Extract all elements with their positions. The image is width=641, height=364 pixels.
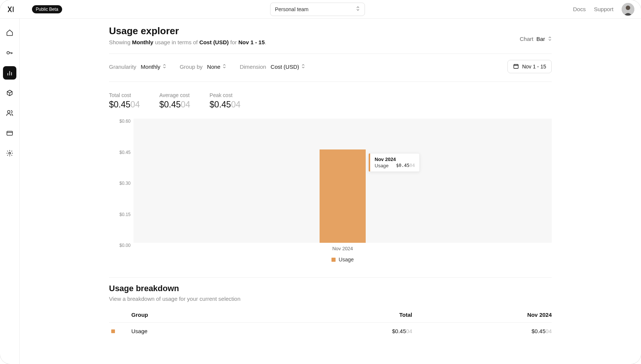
team-selector[interactable]: Personal team xyxy=(270,3,365,16)
nav-home[interactable] xyxy=(3,26,16,39)
svg-point-2 xyxy=(7,52,10,54)
public-beta-badge: Public Beta xyxy=(32,5,62,13)
chart-y-tick: $0.30 xyxy=(112,181,131,186)
cell-period: $0.4504 xyxy=(412,328,552,334)
cell-group: Usage xyxy=(131,328,273,334)
stat-peak-cost: Peak cost $0.4504 xyxy=(209,92,240,110)
stat-total-cost: Total cost $0.4504 xyxy=(109,92,140,110)
nav-team[interactable] xyxy=(3,106,16,120)
chevron-up-down-icon xyxy=(356,6,360,12)
svg-point-3 xyxy=(7,110,10,113)
breakdown-table: Group Total Nov 2024 Usage$0.4504$0.4504 xyxy=(109,312,552,339)
table-row: Usage$0.4504$0.4504 xyxy=(109,322,552,339)
breakdown-subtitle: View a breakdown of usage for your curre… xyxy=(109,296,552,302)
sidebar xyxy=(0,19,20,364)
svg-point-1 xyxy=(626,6,630,10)
cell-total: $0.4504 xyxy=(273,328,412,334)
svg-rect-4 xyxy=(7,131,13,135)
row-swatch xyxy=(111,329,115,333)
calendar-icon xyxy=(513,63,519,70)
date-range-button[interactable]: Nov 1 - 15 xyxy=(507,60,552,73)
date-range-label: Nov 1 - 15 xyxy=(522,64,546,70)
team-selector-label: Personal team xyxy=(275,6,308,12)
nav-usage[interactable] xyxy=(3,66,16,80)
chart-bar[interactable] xyxy=(320,149,366,243)
nav-models[interactable] xyxy=(3,86,16,100)
page-title: Usage explorer xyxy=(109,25,266,37)
chevron-up-down-icon xyxy=(222,64,226,69)
chart-type-selector[interactable]: Chart Bar xyxy=(520,36,552,42)
groupby-selector[interactable]: Group by None xyxy=(180,64,227,70)
docs-link[interactable]: Docs xyxy=(573,6,586,12)
support-link[interactable]: Support xyxy=(594,6,613,12)
brand-logo[interactable] xyxy=(7,5,15,13)
page-subtitle: Showing Monthly usage in terms of Cost (… xyxy=(109,39,266,45)
col-group: Group xyxy=(131,312,273,318)
nav-billing[interactable] xyxy=(3,126,16,140)
chevron-up-down-icon xyxy=(548,36,552,42)
chart-y-tick: $0.00 xyxy=(112,243,131,248)
dimension-selector[interactable]: Dimension Cost (USD) xyxy=(240,64,305,70)
nav-settings[interactable] xyxy=(3,146,16,160)
usage-chart: $0.00$0.15$0.30$0.45$0.60Nov 2024Usage$0… xyxy=(109,119,552,262)
chart-y-tick: $0.60 xyxy=(112,119,131,124)
chart-y-tick: $0.45 xyxy=(112,150,131,155)
chart-tooltip: Nov 2024Usage$0.4504 xyxy=(369,153,420,172)
avatar[interactable] xyxy=(622,3,634,16)
chart-y-tick: $0.15 xyxy=(112,212,131,217)
svg-rect-6 xyxy=(514,64,518,68)
nav-api-keys[interactable] xyxy=(3,46,16,59)
col-total: Total xyxy=(273,312,412,318)
chart-legend: Usage xyxy=(134,257,552,262)
chart-x-label: Nov 2024 xyxy=(134,246,552,251)
legend-swatch xyxy=(331,258,336,262)
stat-average-cost: Average cost $0.4504 xyxy=(159,92,190,110)
chevron-up-down-icon xyxy=(301,64,305,69)
chevron-up-down-icon xyxy=(163,64,166,69)
granularity-selector[interactable]: Granularity Monthly xyxy=(109,64,166,70)
legend-label: Usage xyxy=(339,257,353,262)
col-period: Nov 2024 xyxy=(412,312,552,318)
svg-point-5 xyxy=(9,152,11,154)
breakdown-title: Usage breakdown xyxy=(109,284,552,293)
